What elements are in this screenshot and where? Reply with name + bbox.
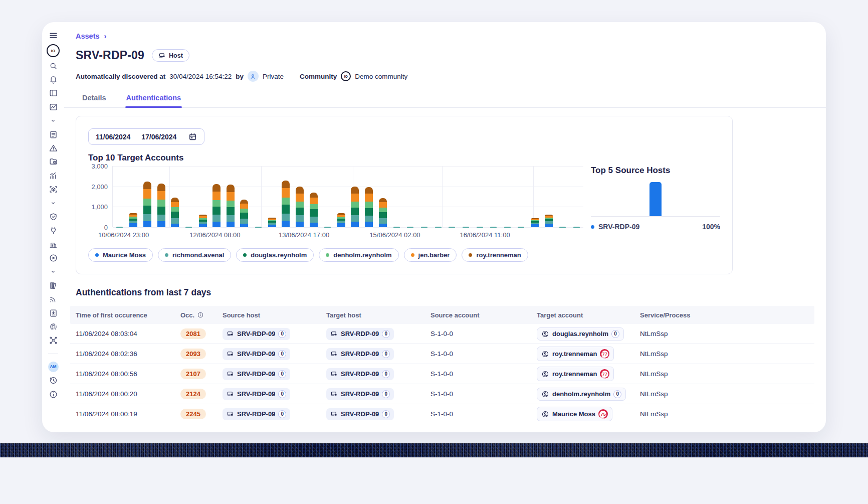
bar-trend-icon[interactable] <box>42 169 64 183</box>
stacked-bar[interactable] <box>143 182 151 227</box>
building-icon[interactable] <box>42 237 64 251</box>
cube-scan-icon[interactable] <box>42 183 64 196</box>
library-icon[interactable] <box>42 279 64 292</box>
breadcrumb-assets-link[interactable]: Assets <box>76 32 100 40</box>
tab-details[interactable]: Details <box>81 89 107 107</box>
date-range-picker[interactable]: 11/06/2024 17/06/2024 <box>88 128 204 145</box>
calendar-icon[interactable] <box>188 132 197 141</box>
bar-segment <box>282 205 290 213</box>
breadcrumb-chevron-icon: › <box>104 32 107 40</box>
date-from[interactable]: 11/06/2024 <box>96 133 130 141</box>
source-host-chip[interactable]: SRV-RDP-090 <box>223 388 290 400</box>
bar-segment <box>296 208 304 215</box>
target-host-chip[interactable]: SRV-RDP-090 <box>326 348 394 360</box>
source-host-chip[interactable]: SRV-RDP-090 <box>223 408 290 420</box>
time-slot <box>140 182 154 227</box>
play-circle-icon[interactable] <box>42 251 64 265</box>
stacked-bar[interactable] <box>268 218 276 228</box>
bell-icon[interactable] <box>42 73 64 86</box>
info-icon[interactable] <box>42 387 64 401</box>
stacked-bar[interactable] <box>296 187 304 227</box>
bar-segment <box>310 193 318 198</box>
stacked-bar[interactable] <box>240 200 248 227</box>
report-icon[interactable] <box>42 127 64 141</box>
column-header: Service/Process <box>640 311 814 319</box>
stacked-bar[interactable] <box>310 193 318 227</box>
stacked-bar[interactable] <box>212 184 221 227</box>
shield-check-icon[interactable] <box>42 210 64 224</box>
tab-authentications[interactable]: Authentications <box>125 89 182 107</box>
legend-pill[interactable]: denholm.reynholm <box>319 248 398 262</box>
table-row: 11/06/2024 08:03:042081SRV-RDP-090SRV-RD… <box>70 324 814 344</box>
source-host-chip[interactable]: SRV-RDP-090 <box>223 328 290 340</box>
count-badge: 0 <box>278 350 286 358</box>
target-host-chip[interactable]: SRV-RDP-090 <box>326 388 394 400</box>
stacked-bar[interactable] <box>129 213 137 227</box>
time-slot <box>127 213 141 227</box>
source-host-bar[interactable] <box>649 182 662 216</box>
target-account-chip[interactable]: roy.trenneman77 <box>537 367 614 381</box>
doc-download-icon[interactable] <box>42 306 64 319</box>
date-to[interactable]: 17/06/2024 <box>141 133 176 141</box>
laptop-icon <box>330 390 338 398</box>
target-account-chip[interactable]: douglas.reynholm0 <box>537 327 624 341</box>
rss-icon[interactable] <box>42 292 64 306</box>
bar-segment <box>227 222 235 227</box>
source-host-chip[interactable]: SRV-RDP-090 <box>223 368 290 380</box>
time-slot <box>182 227 196 228</box>
legend-pill[interactable]: richmond.avenal <box>158 248 231 262</box>
time-slot <box>238 200 252 227</box>
legend-pill[interactable]: douglas.reynholm <box>236 248 314 262</box>
target-account-chip[interactable]: Maurice Moss75 <box>537 407 612 421</box>
stacked-bar[interactable] <box>365 187 373 227</box>
target-account-chip[interactable]: denholm.reynholm0 <box>537 388 626 401</box>
history-icon[interactable] <box>42 374 64 387</box>
warning-icon[interactable] <box>42 141 64 155</box>
service-process: NtLmSsp <box>640 370 814 378</box>
stacked-bar[interactable] <box>157 184 165 227</box>
monitor-chart-icon[interactable] <box>42 100 64 114</box>
bar-segment <box>365 208 373 216</box>
legend-pill[interactable]: jen.barber <box>404 248 457 262</box>
bar-segment <box>351 222 359 227</box>
source-host-chip[interactable]: SRV-RDP-090 <box>223 348 290 360</box>
host-name: SRV-RDP-09 <box>237 390 275 398</box>
app-logo-icon[interactable]: IO <box>47 44 60 57</box>
legend-dot <box>165 253 168 257</box>
time-slot <box>279 181 293 227</box>
host-name: SRV-RDP-09 <box>341 330 379 338</box>
bar-segment <box>143 221 151 227</box>
x-tick-label: 16/06/2024 11:00 <box>460 231 510 239</box>
stacked-bar[interactable] <box>531 218 539 227</box>
asset-meta: Automatically discovered at 30/04/2024 1… <box>76 71 814 82</box>
plug-icon[interactable] <box>42 224 64 237</box>
stacked-bar[interactable] <box>351 187 359 227</box>
bar-segment <box>365 216 373 222</box>
occurrence-count-badge: 2124 <box>180 389 206 399</box>
target-host-chip[interactable]: SRV-RDP-090 <box>326 328 394 340</box>
fingerprint-icon[interactable] <box>42 320 64 333</box>
source-hosts-title: Top 5 Source Hosts <box>591 165 720 176</box>
info-icon[interactable] <box>197 311 204 318</box>
stacked-bar[interactable] <box>171 198 179 227</box>
chevron-down-icon[interactable] <box>42 265 64 278</box>
folder-clock-icon[interactable] <box>42 155 64 169</box>
stacked-bar[interactable] <box>379 198 387 227</box>
legend-pill[interactable]: roy.trenneman <box>462 248 528 262</box>
menu-icon[interactable] <box>42 29 64 42</box>
network-icon[interactable] <box>42 333 64 347</box>
stacked-bar[interactable] <box>545 215 553 227</box>
stacked-bar[interactable] <box>282 181 290 227</box>
chevron-down-icon[interactable] <box>42 196 64 210</box>
legend-pill[interactable]: Maurice Moss <box>88 248 153 262</box>
columns-icon[interactable] <box>42 86 64 100</box>
user-avatar[interactable]: AM <box>42 360 64 374</box>
target-host-chip[interactable]: SRV-RDP-090 <box>326 368 394 380</box>
stacked-bar[interactable] <box>337 213 345 227</box>
search-icon[interactable] <box>42 59 64 72</box>
chevron-down-icon[interactable] <box>42 114 64 127</box>
stacked-bar[interactable] <box>199 215 207 227</box>
stacked-bar[interactable] <box>227 185 235 227</box>
target-host-chip[interactable]: SRV-RDP-090 <box>326 408 394 420</box>
target-account-chip[interactable]: roy.trenneman77 <box>537 347 614 361</box>
